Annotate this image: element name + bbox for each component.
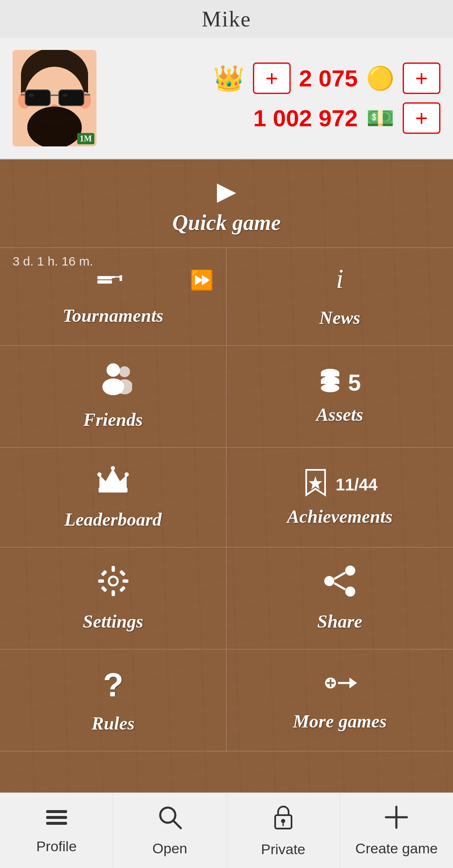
settings-icon (96, 564, 130, 605)
svg-text:i: i (336, 265, 344, 294)
svg-rect-44 (122, 579, 128, 583)
profile-nav-label: Profile (36, 838, 76, 855)
quick-game-label: Quick game (172, 210, 281, 235)
svg-point-35 (111, 466, 115, 470)
svg-point-66 (281, 819, 285, 823)
svg-point-25 (119, 366, 130, 377)
tournaments-label: Tournaments (62, 305, 163, 326)
assets-label: Assets (316, 404, 363, 425)
more-games-button[interactable]: More games (226, 649, 453, 751)
assets-badge: 5 (348, 369, 361, 396)
svg-rect-45 (101, 570, 107, 576)
tournaments-button[interactable]: 3 d. 1 h. 16 m. ⏩ Tournaments (0, 248, 226, 346)
achievements-button[interactable]: 11/44 Achievements (226, 448, 453, 547)
svg-point-11 (29, 94, 34, 97)
svg-marker-32 (99, 469, 127, 490)
avatar-container: 1M (13, 50, 96, 146)
header: Mike (0, 0, 453, 38)
add-cash-button[interactable]: + (403, 102, 440, 134)
avatar (13, 50, 96, 146)
svg-rect-48 (119, 586, 126, 592)
svg-rect-7 (59, 90, 84, 106)
svg-point-50 (345, 586, 355, 597)
svg-rect-18 (97, 280, 112, 284)
svg-rect-19 (112, 276, 115, 278)
news-button[interactable]: i News (226, 248, 453, 346)
add-coins-button[interactable]: + (403, 63, 440, 94)
svg-line-64 (173, 821, 181, 828)
svg-rect-42 (112, 590, 115, 596)
svg-rect-17 (97, 276, 112, 279)
settings-button[interactable]: Settings (0, 547, 226, 649)
svg-point-40 (110, 578, 117, 584)
private-nav-icon (272, 803, 295, 836)
svg-rect-33 (99, 487, 128, 493)
profile-section: 1M 👑 + 2 075 🟡 + 1 002 972 💵 + (0, 38, 453, 159)
leaderboard-button[interactable]: Leaderboard (0, 448, 226, 547)
svg-marker-38 (309, 476, 322, 490)
svg-line-53 (334, 583, 345, 589)
bottom-nav: Profile Open Private Cr (0, 792, 453, 868)
svg-rect-30 (321, 381, 339, 384)
coin-icon: 🟡 (366, 65, 394, 91)
play-icon: ▶ (217, 176, 236, 206)
cash-value: 1 002 972 (253, 104, 358, 132)
share-button[interactable]: Share (226, 547, 453, 649)
leaderboard-icon (95, 464, 131, 503)
svg-rect-41 (112, 566, 115, 572)
cash-icon: 💵 (366, 105, 394, 131)
svg-marker-59 (349, 678, 357, 688)
tournament-timer: 3 d. 1 h. 16 m. (13, 254, 93, 268)
more-games-icon (322, 668, 358, 704)
friends-icon (94, 362, 132, 403)
share-icon (323, 564, 357, 605)
quick-game-button[interactable]: ▶ Quick game (0, 159, 453, 248)
svg-rect-28 (321, 373, 339, 376)
svg-rect-21 (120, 275, 122, 281)
assets-icon-row: 5 (319, 368, 361, 404)
avatar-badge: 1M (77, 133, 94, 144)
rules-button[interactable]: ? Rules (0, 649, 226, 751)
leaderboard-label: Leaderboard (64, 509, 161, 530)
svg-rect-62 (46, 822, 67, 825)
svg-point-36 (125, 472, 129, 477)
tournaments-icon (96, 267, 130, 299)
open-nav-button[interactable]: Open (113, 793, 226, 868)
open-nav-label: Open (152, 840, 187, 857)
svg-rect-60 (46, 810, 67, 813)
svg-point-49 (345, 566, 355, 576)
private-nav-label: Private (261, 841, 305, 858)
username: Mike (202, 7, 251, 31)
menu-grid: 3 d. 1 h. 16 m. ⏩ Tournaments (0, 248, 453, 751)
friends-button[interactable]: Friends (0, 346, 226, 448)
coins-row: 👑 + 2 075 🟡 + (105, 63, 440, 94)
svg-line-52 (334, 573, 345, 579)
achievements-badge: 11/44 (336, 475, 378, 494)
share-label: Share (317, 611, 362, 632)
rules-label: Rules (91, 713, 135, 734)
svg-text:?: ? (103, 666, 123, 700)
svg-rect-43 (98, 579, 104, 583)
svg-point-51 (324, 576, 334, 586)
main-menu: ▶ Quick game 3 d. 1 h. 16 m. ⏩ Tou (0, 159, 453, 792)
assets-icon (319, 368, 342, 404)
more-games-label: More games (293, 711, 387, 732)
cash-row: 1 002 972 💵 + (105, 102, 440, 134)
open-nav-icon (157, 805, 182, 835)
achievements-icon (302, 468, 329, 506)
assets-button[interactable]: 5 Assets (226, 346, 453, 448)
news-label: News (319, 307, 360, 328)
svg-point-16 (40, 112, 69, 120)
friends-label: Friends (83, 409, 143, 430)
svg-rect-47 (101, 586, 107, 592)
private-nav-button[interactable]: Private (227, 793, 340, 868)
profile-nav-button[interactable]: Profile (0, 793, 113, 868)
coins-value: 2 075 (299, 65, 358, 92)
add-rank-button[interactable]: + (253, 63, 291, 94)
create-game-nav-button[interactable]: Create game (340, 793, 453, 868)
svg-rect-46 (119, 570, 126, 576)
stats-container: 👑 + 2 075 🟡 + 1 002 972 💵 + (96, 63, 440, 134)
crown-icon: 👑 (213, 63, 245, 93)
svg-rect-6 (25, 90, 50, 106)
achievements-label: Achievements (287, 506, 393, 527)
